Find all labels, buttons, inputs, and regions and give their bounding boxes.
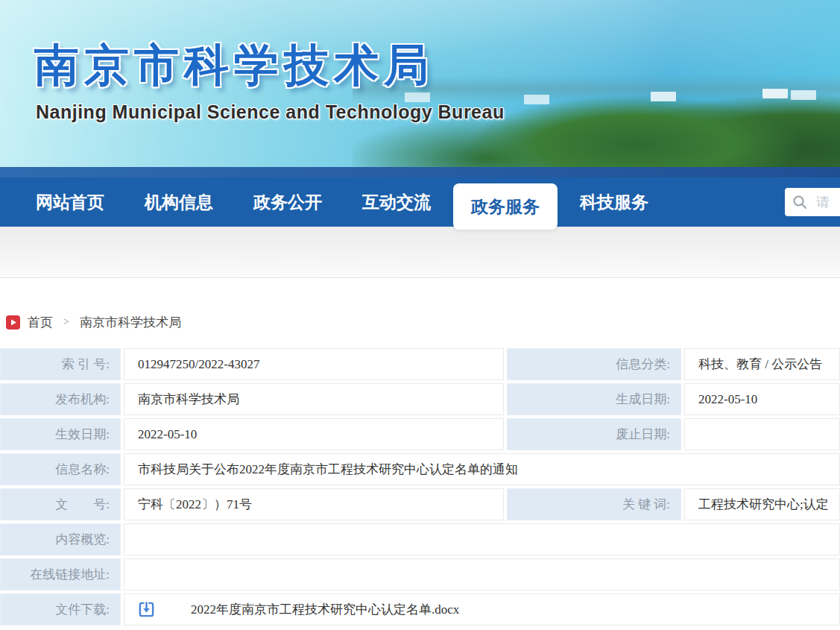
doc-number-value: 宁科〔2022〕）71号	[124, 488, 504, 520]
site-subtitle-english: Nanjing Municipal Science and Technology…	[36, 101, 505, 123]
breadcrumb-separator: >	[63, 316, 69, 328]
nav-list: 网站首页 机构信息 政务公开 互动交流 政务服务 科技服务	[0, 179, 689, 225]
nav-item-tech-services[interactable]: 科技服务	[580, 191, 648, 214]
keywords-label: 关 键 词:	[507, 488, 681, 520]
doc-number-label: 文 号:	[0, 488, 121, 520]
nav-item-gov-services-active[interactable]: 政务服务	[453, 183, 558, 230]
subnav-band	[0, 227, 840, 278]
nav-item-gov-disclosure[interactable]: 政务公开	[253, 191, 322, 214]
category-label: 信息分类:	[507, 348, 681, 380]
breadcrumb: 首页 > 南京市科学技术局	[6, 314, 840, 330]
search-box	[785, 188, 840, 216]
info-name-label: 信息名称:	[0, 453, 121, 485]
download-icon[interactable]	[138, 601, 155, 618]
document-info-table: 索 引 号: 012947250/2022-43027 信息分类: 科技、教育 …	[0, 348, 840, 626]
overview-value	[124, 523, 840, 555]
breadcrumb-current: 南京市科学技术局	[80, 314, 181, 331]
online-link-value	[124, 558, 840, 590]
effective-date-value: 2022-05-10	[124, 418, 504, 450]
online-link-label: 在线链接地址:	[0, 558, 121, 590]
abolished-date-label: 废止日期:	[507, 418, 681, 450]
created-date-value: 2022-05-10	[684, 383, 840, 415]
index-number-value: 012947250/2022-43027	[124, 348, 504, 380]
search-input[interactable]	[815, 194, 840, 211]
header-water-strip	[0, 167, 840, 177]
breadcrumb-home-link[interactable]: 首页	[28, 314, 53, 331]
file-download-label: 文件下载:	[0, 593, 121, 626]
header-banner: 南京市科学技术局 Nanjing Municipal Science and T…	[0, 0, 840, 177]
index-number-label: 索 引 号:	[0, 348, 121, 380]
search-icon[interactable]	[792, 195, 807, 210]
main-nav: 网站首页 机构信息 政务公开 互动交流 政务服务 科技服务	[0, 177, 840, 227]
info-name-value: 市科技局关于公布2022年度南京市工程技术研究中心认定名单的通知	[124, 453, 840, 485]
category-value: 科技、教育 / 公示公告	[684, 348, 840, 380]
effective-date-label: 生效日期:	[0, 418, 121, 450]
header-buildings	[762, 89, 788, 98]
breadcrumb-home-icon	[6, 315, 20, 330]
nav-item-interaction[interactable]: 互动交流	[362, 191, 431, 214]
abolished-date-value	[684, 418, 840, 450]
nav-item-home[interactable]: 网站首页	[36, 191, 104, 214]
publisher-value: 南京市科学技术局	[124, 383, 504, 415]
keywords-value: 工程技术研究中心;认定	[684, 488, 840, 520]
nav-item-organization[interactable]: 机构信息	[145, 191, 213, 214]
publisher-label: 发布机构:	[0, 383, 121, 415]
overview-label: 内容概览:	[0, 523, 121, 555]
download-file-link[interactable]: 2022年度南京市工程技术研究中心认定名单.docx	[191, 601, 459, 618]
file-download-cell: 2022年度南京市工程技术研究中心认定名单.docx	[124, 593, 840, 626]
created-date-label: 生成日期:	[507, 383, 681, 415]
site-title: 南京市科学技术局	[34, 36, 434, 96]
